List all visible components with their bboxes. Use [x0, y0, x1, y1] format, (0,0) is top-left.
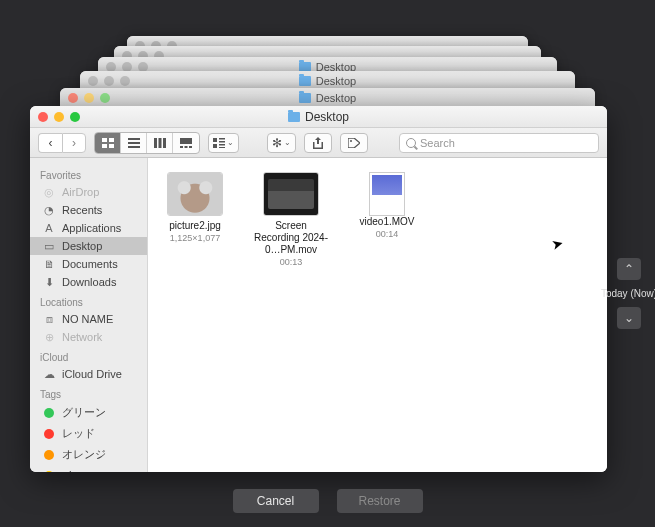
sidebar-item-レッド[interactable]: レッド	[30, 423, 147, 444]
share-button[interactable]	[304, 133, 332, 153]
svg-rect-0	[102, 138, 107, 142]
sidebar-item-airdrop[interactable]: ◎AirDrop	[30, 183, 147, 201]
sidebar-item-label: Documents	[62, 258, 118, 270]
svg-rect-8	[158, 138, 161, 148]
sidebar-item-network[interactable]: ⊕Network	[30, 328, 147, 346]
sidebar-item-recents[interactable]: ◔Recents	[30, 201, 147, 219]
file-name: video1.MOV	[350, 216, 424, 228]
view-mode-segmented[interactable]	[94, 132, 200, 154]
titlebar: Desktop	[30, 106, 607, 128]
sidebar-item-イエロー[interactable]: イエロー	[30, 465, 147, 472]
timeline-label: Today (Now)	[599, 288, 655, 299]
chevron-down-icon: ⌄	[227, 138, 234, 147]
svg-rect-11	[180, 146, 183, 148]
sidebar-item-label: イエロー	[62, 468, 106, 472]
file-item[interactable]: video1.MOV00:14	[350, 172, 424, 239]
tags-button[interactable]	[340, 133, 368, 153]
sidebar-item-applications[interactable]: AApplications	[30, 219, 147, 237]
svg-rect-19	[219, 147, 225, 148]
airdrop-icon: ◎	[42, 186, 56, 198]
sidebar-item-オレンジ[interactable]: オレンジ	[30, 444, 147, 465]
chevron-down-icon: ⌄	[624, 311, 634, 325]
svg-rect-22	[313, 147, 323, 149]
icon-view-button[interactable]	[95, 133, 121, 153]
sidebar-item-label: Applications	[62, 222, 121, 234]
sidebar-item-documents[interactable]: 🗎Documents	[30, 255, 147, 273]
sidebar-section-label: Favorites	[30, 164, 147, 183]
folder-icon	[299, 76, 311, 86]
share-icon	[313, 137, 323, 149]
svg-rect-12	[185, 146, 188, 148]
sidebar-item-label: iCloud Drive	[62, 368, 122, 380]
drive-icon: ⧈	[42, 313, 56, 325]
documents-icon: 🗎	[42, 258, 56, 270]
sidebar-item-label: オレンジ	[62, 447, 106, 462]
tag-icon	[348, 138, 360, 148]
svg-rect-4	[128, 138, 140, 140]
sidebar-item-label: Recents	[62, 204, 102, 216]
svg-rect-18	[219, 144, 225, 146]
forward-button[interactable]: ›	[62, 133, 86, 153]
minimize-button[interactable]	[54, 112, 64, 122]
svg-rect-16	[219, 141, 225, 143]
svg-rect-9	[163, 138, 166, 148]
file-item[interactable]: Screen Recording 2024-0…PM.mov00:13	[254, 172, 328, 267]
action-button[interactable]: ✻ ⌄	[267, 133, 296, 153]
sidebar-item-no-name[interactable]: ⧈NO NAME	[30, 310, 147, 328]
file-item[interactable]: picture2.jpg1,125×1,077	[158, 172, 232, 243]
sidebar: Favorites◎AirDrop◔RecentsAApplications▭D…	[30, 158, 148, 472]
svg-point-23	[350, 140, 352, 142]
list-view-button[interactable]	[121, 133, 147, 153]
timeline-up-button[interactable]: ⌃	[617, 258, 641, 280]
file-meta: 00:13	[254, 257, 328, 267]
sidebar-section-label: Tags	[30, 383, 147, 402]
search-placeholder: Search	[420, 137, 455, 149]
svg-rect-15	[219, 138, 225, 140]
file-name: picture2.jpg	[158, 220, 232, 232]
group-by-button[interactable]: ⌄	[208, 133, 239, 153]
file-thumbnail	[263, 172, 319, 216]
file-thumbnail	[167, 172, 223, 216]
svg-rect-17	[213, 144, 217, 148]
chevron-down-icon: ⌄	[284, 138, 291, 147]
recents-icon: ◔	[42, 204, 56, 216]
sidebar-item-label: Desktop	[62, 240, 102, 252]
cancel-button[interactable]: Cancel	[233, 489, 319, 513]
search-icon	[406, 138, 416, 148]
toolbar: ‹ › ⌄ ✻ ⌄	[30, 128, 607, 158]
close-button[interactable]	[38, 112, 48, 122]
svg-rect-6	[128, 146, 140, 148]
sidebar-item-label: AirDrop	[62, 186, 99, 198]
timeline-down-button[interactable]: ⌄	[617, 307, 641, 329]
downloads-icon: ⬇	[42, 276, 56, 288]
applications-icon: A	[42, 222, 56, 234]
desktop-icon: ▭	[42, 240, 56, 252]
file-meta: 1,125×1,077	[158, 233, 232, 243]
back-button[interactable]: ‹	[38, 133, 62, 153]
svg-rect-2	[102, 144, 107, 148]
restore-button[interactable]: Restore	[337, 489, 423, 513]
column-view-button[interactable]	[147, 133, 173, 153]
folder-icon	[288, 112, 300, 122]
sidebar-item-icloud-drive[interactable]: ☁iCloud Drive	[30, 365, 147, 383]
svg-rect-3	[109, 144, 114, 148]
tag-dot-icon	[42, 428, 56, 440]
sidebar-section-label: iCloud	[30, 346, 147, 365]
svg-rect-1	[109, 138, 114, 142]
search-field[interactable]: Search	[399, 133, 599, 153]
stacked-title: Desktop	[316, 92, 356, 104]
network-icon: ⊕	[42, 331, 56, 343]
window-title: Desktop	[305, 110, 349, 124]
sidebar-item-desktop[interactable]: ▭Desktop	[30, 237, 147, 255]
svg-rect-7	[154, 138, 157, 148]
zoom-button[interactable]	[70, 112, 80, 122]
tag-dot-icon	[42, 449, 56, 461]
file-meta: 00:14	[350, 229, 424, 239]
file-thumbnail	[369, 172, 405, 216]
sidebar-item-グリーン[interactable]: グリーン	[30, 402, 147, 423]
svg-rect-14	[213, 138, 217, 142]
sidebar-item-downloads[interactable]: ⬇Downloads	[30, 273, 147, 291]
gallery-view-button[interactable]	[173, 133, 199, 153]
file-grid: picture2.jpg1,125×1,077Screen Recording …	[148, 158, 607, 472]
tag-dot-icon	[42, 470, 56, 473]
